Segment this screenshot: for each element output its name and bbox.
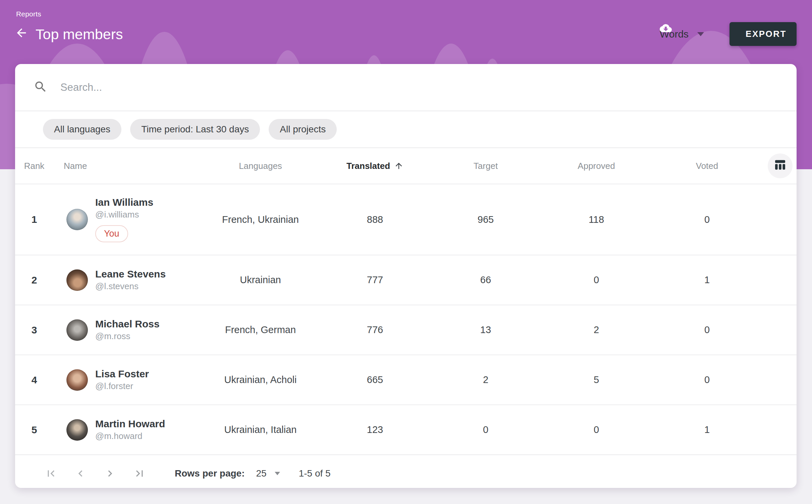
approved-cell: 5 bbox=[541, 374, 652, 385]
previous-page-button[interactable] bbox=[74, 467, 87, 480]
search-bar bbox=[15, 64, 797, 111]
member-name: Lisa Foster bbox=[95, 368, 149, 380]
member-name: Leane Stevens bbox=[95, 268, 166, 280]
approved-cell: 0 bbox=[541, 424, 652, 435]
filter-chip-projects[interactable]: All projects bbox=[269, 119, 337, 140]
approved-cell: 2 bbox=[541, 324, 652, 335]
table-columns-icon bbox=[773, 158, 787, 174]
column-header-translated-sorted[interactable]: Translated bbox=[320, 161, 430, 171]
column-header-translated-label: Translated bbox=[346, 161, 390, 171]
approved-cell: 118 bbox=[541, 214, 652, 225]
voted-cell: 0 bbox=[652, 374, 762, 385]
member-cell: Lisa Foster @l.forster bbox=[53, 368, 201, 391]
translated-cell: 776 bbox=[320, 324, 430, 335]
rows-per-page-label: Rows per page: bbox=[175, 468, 245, 479]
target-cell: 13 bbox=[430, 324, 541, 335]
search-icon bbox=[34, 80, 48, 95]
filter-chips: All languages Time period: Last 30 days … bbox=[15, 111, 797, 148]
table-row[interactable]: 2 Leane Stevens @l.stevens Ukrainian 777… bbox=[15, 255, 797, 305]
export-button-label: EXPORT bbox=[746, 29, 787, 39]
manage-columns-button[interactable] bbox=[768, 153, 793, 178]
languages-cell: French, Ukrainian bbox=[201, 214, 320, 225]
approved-cell: 0 bbox=[541, 274, 652, 286]
avatar bbox=[66, 209, 88, 230]
member-cell: Leane Stevens @l.stevens bbox=[53, 268, 201, 292]
you-badge-wrap: You bbox=[95, 225, 153, 242]
voted-cell: 1 bbox=[652, 274, 762, 286]
you-badge: You bbox=[95, 225, 128, 242]
arrow-up-icon bbox=[394, 161, 403, 171]
languages-cell: Ukrainian bbox=[201, 274, 320, 286]
top-members-report-page: Reports Top members Words EXPORT bbox=[0, 0, 812, 504]
filter-chip-languages[interactable]: All languages bbox=[43, 119, 121, 140]
translated-cell: 777 bbox=[320, 274, 430, 286]
last-page-button[interactable] bbox=[133, 467, 146, 480]
avatar bbox=[66, 369, 88, 391]
filter-chip-time-period[interactable]: Time period: Last 30 days bbox=[130, 119, 260, 140]
export-button[interactable]: EXPORT bbox=[729, 22, 797, 46]
chevron-down-icon bbox=[697, 32, 704, 36]
target-cell: 66 bbox=[430, 274, 541, 286]
table-row[interactable]: 4 Lisa Foster @l.forster Ukrainian, Acho… bbox=[15, 355, 797, 404]
languages-cell: Ukrainian, Acholi bbox=[201, 374, 320, 385]
target-cell: 2 bbox=[430, 374, 541, 385]
avatar bbox=[66, 319, 88, 341]
member-username: @i.williams bbox=[95, 209, 153, 220]
rows-per-page-value: 25 bbox=[256, 468, 266, 479]
rank-cell: 1 bbox=[15, 214, 53, 225]
page-title: Top members bbox=[36, 26, 123, 43]
column-header-languages[interactable]: Languages bbox=[201, 161, 320, 171]
languages-cell: French, German bbox=[201, 324, 320, 335]
member-cell: Ian Williams @i.williams You bbox=[53, 197, 201, 242]
rank-cell: 2 bbox=[15, 274, 53, 286]
table-header-row: Rank Name Languages Translated Target Ap… bbox=[15, 148, 797, 184]
back-button[interactable] bbox=[15, 27, 30, 42]
translated-cell: 665 bbox=[320, 374, 430, 385]
column-header-name[interactable]: Name bbox=[53, 161, 201, 171]
translated-cell: 888 bbox=[320, 214, 430, 225]
column-header-voted[interactable]: Voted bbox=[652, 161, 762, 171]
member-name: Martin Howard bbox=[95, 418, 165, 430]
target-cell: 965 bbox=[430, 214, 541, 225]
pagination-bar: Rows per page: 25 1-5 of 5 bbox=[15, 454, 797, 488]
target-cell: 0 bbox=[430, 424, 541, 435]
rank-cell: 4 bbox=[15, 374, 53, 386]
chevron-down-icon bbox=[275, 472, 280, 475]
column-header-target[interactable]: Target bbox=[430, 161, 541, 171]
member-name: Ian Williams bbox=[95, 197, 153, 208]
member-username: @m.ross bbox=[95, 331, 160, 341]
avatar bbox=[66, 419, 88, 441]
languages-cell: Ukrainian, Italian bbox=[201, 424, 320, 435]
report-card: All languages Time period: Last 30 days … bbox=[15, 64, 797, 488]
table-row[interactable]: 1 Ian Williams @i.williams You French, U… bbox=[15, 184, 797, 255]
translated-cell: 123 bbox=[320, 424, 430, 435]
search-input[interactable] bbox=[60, 81, 778, 94]
member-cell: Martin Howard @m.howard bbox=[53, 418, 201, 441]
breadcrumb[interactable]: Reports bbox=[16, 10, 41, 18]
table-row[interactable]: 5 Martin Howard @m.howard Ukrainian, Ita… bbox=[15, 404, 797, 454]
column-header-approved[interactable]: Approved bbox=[541, 161, 652, 171]
first-page-button[interactable] bbox=[45, 467, 57, 480]
rank-cell: 3 bbox=[15, 324, 53, 336]
table-body: 1 Ian Williams @i.williams You French, U… bbox=[15, 184, 797, 454]
column-header-rank[interactable]: Rank bbox=[15, 161, 53, 171]
voted-cell: 1 bbox=[652, 424, 762, 435]
member-username: @m.howard bbox=[95, 431, 165, 441]
member-username: @l.stevens bbox=[95, 281, 166, 292]
rows-per-page-select[interactable]: 25 bbox=[256, 468, 280, 479]
member-name: Michael Ross bbox=[95, 318, 160, 330]
member-username: @l.forster bbox=[95, 381, 149, 391]
table-row[interactable]: 3 Michael Ross @m.ross French, German 77… bbox=[15, 305, 797, 355]
avatar bbox=[66, 269, 88, 291]
voted-cell: 0 bbox=[652, 324, 762, 335]
member-cell: Michael Ross @m.ross bbox=[53, 318, 201, 341]
voted-cell: 0 bbox=[652, 214, 762, 225]
rank-cell: 5 bbox=[15, 424, 53, 436]
next-page-button[interactable] bbox=[104, 467, 116, 480]
pagination-range: 1-5 of 5 bbox=[299, 468, 331, 479]
